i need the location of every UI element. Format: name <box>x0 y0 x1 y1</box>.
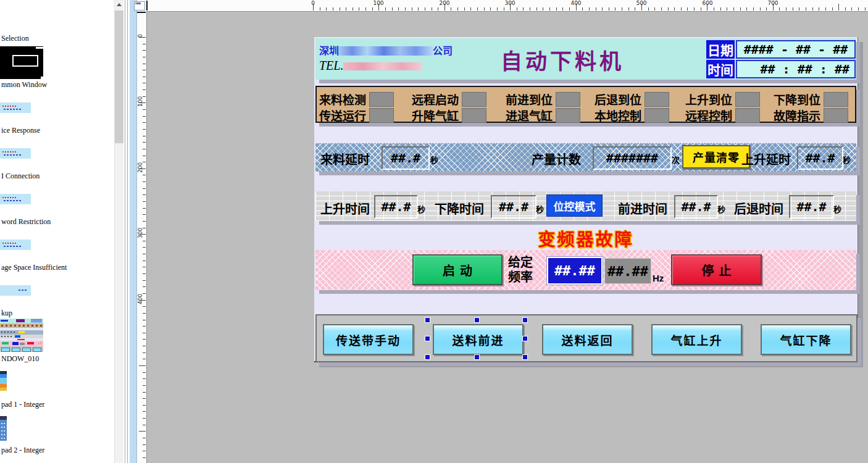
indicator-band: 来料检测 远程启动 前进到位 后退到位 上升到位 下降到位 传送运行 升降气缸 … <box>315 86 856 123</box>
ruler-ticks <box>313 4 868 10</box>
window-item-label[interactable]: ice Response <box>1 126 40 135</box>
selection-handle[interactable] <box>425 354 430 360</box>
selection-handle[interactable] <box>425 317 430 323</box>
ruler-label: 200 <box>137 160 146 175</box>
indicator-label: 进退气缸 <box>506 107 553 123</box>
rise-delay-unit: 秒 <box>843 154 851 165</box>
window-item-label[interactable]: kup <box>1 309 12 318</box>
indicator-lamp[interactable] <box>556 92 580 107</box>
ruler-label: 300 <box>137 225 146 240</box>
window-item-label[interactable]: NDOW_010 <box>1 354 39 364</box>
keypad-1-thumbnail[interactable] <box>0 371 7 391</box>
feed-forward-button[interactable]: 送料前进 <box>433 324 524 355</box>
forward-time-value[interactable]: ##.# <box>674 195 718 219</box>
time-display[interactable]: ## : ## : ## <box>736 60 856 78</box>
feed-return-button[interactable]: 送料返回 <box>542 324 633 355</box>
ruler-label: 0 <box>137 32 146 40</box>
window-item-label[interactable]: I Connection <box>1 172 40 181</box>
thumb-detail <box>41 77 43 79</box>
window-item-label[interactable]: pad 1 - Integer <box>1 400 44 409</box>
count-value[interactable]: ####### <box>593 146 672 170</box>
indicator-lamp[interactable] <box>645 108 669 123</box>
count-clear-button[interactable]: 产量清零 <box>682 145 750 169</box>
ruler-corner-icon <box>134 1 145 10</box>
fall-time-value[interactable]: ##.# <box>491 195 536 219</box>
ruler-label: 500 <box>632 0 651 6</box>
indicator-label: 上升到位 <box>685 91 732 107</box>
common-window-thumbnail[interactable] <box>0 46 43 79</box>
indicator-lamp[interactable] <box>824 108 848 123</box>
thumb-detail <box>4 200 22 201</box>
pane-splitter[interactable] <box>123 0 130 463</box>
editor-canvas[interactable]: 深圳公司 TEL. 自动下料机 日期 #### - ## - ## 时间 ## … <box>147 12 868 463</box>
scrollbar-thumb[interactable] <box>115 10 123 143</box>
selection-handle[interactable] <box>425 336 430 341</box>
rise-delay-value[interactable]: ##.# <box>797 146 843 170</box>
indicator-label: 下降到位 <box>774 91 820 107</box>
window-010-thumbnail[interactable] <box>0 319 43 352</box>
indicator-lamp[interactable] <box>645 92 669 107</box>
sidebar-scrollbar[interactable] <box>114 0 123 463</box>
thumb-detail <box>36 47 43 49</box>
window-thumbnail[interactable] <box>0 148 31 159</box>
selection-handle[interactable] <box>522 354 528 360</box>
thumb-detail <box>2 106 17 107</box>
indicator-lamp[interactable] <box>735 108 760 123</box>
indicator-label: 来料检测 <box>319 91 366 107</box>
thumb-detail <box>0 341 43 346</box>
horizontal-ruler: 0 100 200 300 400 500 600 700 <box>136 0 868 12</box>
ruler-cursor-marker <box>146 1 148 10</box>
hmi-screen-window-010[interactable]: 深圳公司 TEL. 自动下料机 日期 #### - ## - ## 时间 ## … <box>314 37 858 362</box>
window-item-label[interactable]: Selection <box>1 34 29 43</box>
position-mode-button[interactable]: 位控模式 <box>546 194 603 217</box>
indicator-lamp[interactable] <box>369 108 394 123</box>
window-item-label[interactable]: pad 2 - Integer <box>1 446 44 455</box>
thumb-detail <box>4 109 22 110</box>
scroll-up-icon[interactable] <box>115 0 123 10</box>
forward-time-unit: 秒 <box>717 203 725 215</box>
back-time-value[interactable]: ##.# <box>789 195 834 219</box>
indicator-label: 远程启动 <box>412 91 459 107</box>
date-display[interactable]: #### - ## - ## <box>736 40 856 59</box>
frequency-feedback-value[interactable]: ##.## <box>604 258 651 284</box>
indicator-lamp[interactable] <box>824 92 848 107</box>
thumb-detail <box>12 55 38 67</box>
window-item-label[interactable]: word Restriction <box>1 217 51 227</box>
selection-handle[interactable] <box>522 336 528 341</box>
feed-delay-value[interactable]: ##.# <box>382 146 430 170</box>
window-list-panel: Selection mmon Window ice Response I Con… <box>0 0 114 463</box>
selection-handle[interactable] <box>474 354 480 360</box>
indicator-lamp[interactable] <box>462 108 486 123</box>
window-thumbnail[interactable] <box>0 102 31 113</box>
indicator-lamp[interactable] <box>369 92 394 107</box>
cylinder-up-button[interactable]: 气缸上升 <box>651 324 742 355</box>
indicator-lamp[interactable] <box>556 108 580 123</box>
keypad-2-thumbnail[interactable] <box>0 416 7 441</box>
back-time-label: 后退时间 <box>734 199 783 217</box>
cylinder-down-button[interactable]: 气缸下降 <box>761 324 851 355</box>
indicator-label: 后退到位 <box>595 91 641 107</box>
ruler-label: 200 <box>435 0 454 6</box>
thumb-detail <box>19 290 27 291</box>
forward-time-label: 前进时间 <box>618 199 667 217</box>
selection-handle[interactable] <box>474 317 480 323</box>
indicator-lamp[interactable] <box>735 92 760 107</box>
conveyor-manual-button[interactable]: 传送带手动 <box>323 324 414 355</box>
window-item-label[interactable]: age Space Insufficient <box>1 263 67 272</box>
window-thumbnail[interactable] <box>0 194 31 204</box>
indicator-lamp[interactable] <box>462 92 486 107</box>
start-button[interactable]: 启动 <box>412 254 503 285</box>
rise-time-value[interactable]: ##.# <box>374 195 418 219</box>
window-thumbnail[interactable] <box>0 240 31 250</box>
indicator-label: 远程控制 <box>685 107 732 123</box>
window-thumbnail[interactable] <box>0 285 31 296</box>
stop-button[interactable]: 停止 <box>671 254 762 285</box>
vertical-ruler: 0 100 200 300 400 <box>136 11 147 463</box>
indicator-label: 传送运行 <box>319 107 366 123</box>
frequency-set-label: 给定 频率 <box>508 255 533 285</box>
window-item-label[interactable]: mmon Window <box>1 80 47 90</box>
thumb-detail <box>2 151 17 152</box>
frequency-set-value[interactable]: ##.## <box>547 257 603 285</box>
phone-line: TEL. <box>319 59 422 73</box>
selection-handle[interactable] <box>522 317 528 323</box>
